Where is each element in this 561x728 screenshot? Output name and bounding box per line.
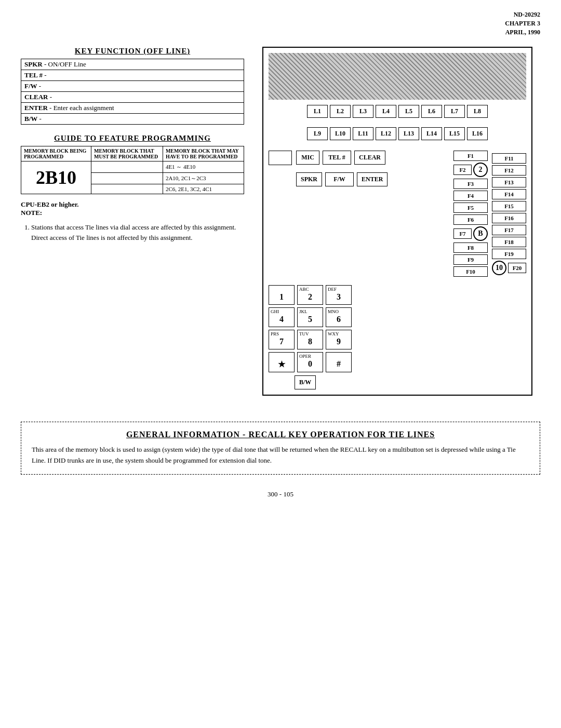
l10-btn[interactable]: L10 [330, 127, 351, 140]
f-left-col: F1 F2 2 F3 F4 F5 F6 [453, 151, 488, 277]
l13-btn[interactable]: L13 [398, 127, 419, 140]
key-4[interactable]: GHI 4 [269, 307, 295, 327]
bw-btn[interactable]: B/W [295, 375, 316, 389]
l16-btn[interactable]: L16 [467, 127, 488, 140]
key-6[interactable]: MNO 6 [326, 307, 352, 327]
key-fw-desc: - [37, 82, 42, 90]
l14-btn[interactable]: L14 [421, 127, 442, 140]
guide-row1-col3: 4E1 ～ 4E10 [163, 161, 244, 173]
guide-row3-col2 [91, 184, 163, 194]
phone-diagram: L1 L2 L3 L4 L5 L6 L7 L8 L9 L10 L11 L12 [262, 47, 532, 396]
key-clear-desc: - [48, 93, 52, 101]
note-list: Stations that access Tie lines via dial … [21, 222, 244, 242]
f15-btn[interactable]: F15 [492, 201, 526, 211]
guide-row1-col2 [91, 161, 163, 173]
key-tel-name: TEL # [24, 71, 43, 79]
l5-btn[interactable]: L5 [398, 105, 419, 118]
l15-btn[interactable]: L15 [444, 127, 465, 140]
guide-table: MEMORY BLOCK BEING PROGRAMMED MEMORY BLO… [21, 146, 244, 194]
f1-btn[interactable]: F1 [453, 151, 488, 161]
f4-btn[interactable]: F4 [453, 191, 488, 201]
key-item-clear: CLEAR - [21, 92, 244, 103]
l-row-1: L1 L2 L3 L4 L5 L6 L7 L8 [269, 105, 526, 118]
chapter: CHAPTER 3 [505, 19, 540, 28]
key-2[interactable]: ABC 2 [297, 285, 323, 305]
f6-btn[interactable]: F6 [453, 214, 488, 225]
f17-btn[interactable]: F17 [492, 225, 526, 235]
l12-btn[interactable]: L12 [376, 127, 396, 140]
f8-btn[interactable]: F8 [453, 242, 488, 253]
key-item-bw: B/W - [21, 114, 244, 124]
general-info-text: This area of the memory block is used to… [32, 444, 529, 466]
note-item-1: Stations that access Tie lines via dial … [31, 222, 244, 242]
f10-btn[interactable]: F10 [453, 266, 488, 277]
clear-btn[interactable]: CLEAR [354, 151, 385, 165]
l-row-2: L9 L10 L11 L12 L13 L14 L15 L16 [269, 127, 526, 140]
f13-btn[interactable]: F13 [492, 177, 526, 187]
f-right-col: F11 F12 F13 F14 F15 F16 F17 F18 F19 10 F… [492, 151, 526, 389]
key-enter-desc: - Enter each assignment [48, 104, 114, 112]
fw-btn[interactable]: F/W [325, 172, 354, 186]
phone-main: MIC TEL # CLEAR SPKR F/W [269, 151, 488, 389]
key-clear-name: CLEAR [24, 93, 48, 101]
guide-section: GUIDE TO FEATURE PROGRAMMING MEMORY BLOC… [21, 134, 244, 194]
key-7[interactable]: PRS 7 [269, 330, 295, 349]
key-3[interactable]: DEF 3 [326, 285, 352, 305]
cpu-line1: CPU-EB2 or higher. [21, 200, 79, 208]
key-function-section: KEY FUNCTION (OFF LINE) SPKR - ON/OFF Li… [21, 47, 244, 125]
main-content: KEY FUNCTION (OFF LINE) SPKR - ON/OFF Li… [21, 47, 540, 396]
l9-btn[interactable]: L9 [307, 127, 328, 140]
mic-btn[interactable]: MIC [296, 151, 319, 165]
badge-2: 2 [473, 163, 488, 177]
doc-number: ND-20292 [505, 10, 540, 19]
key-0[interactable]: OPER 0 [297, 352, 323, 372]
key-enter-name: ENTER [24, 104, 48, 112]
guide-header-row: MEMORY BLOCK BEING PROGRAMMED MEMORY BLO… [21, 146, 244, 161]
key-spkr-desc: - ON/OFF Line [43, 60, 86, 68]
key-1[interactable]: 1 [269, 285, 295, 305]
f11-btn[interactable]: F11 [492, 153, 526, 164]
f19-btn[interactable]: F19 [492, 249, 526, 259]
key-5[interactable]: JKL 5 [297, 307, 323, 327]
guide-block-number: 2B10 [21, 161, 91, 194]
f18-btn[interactable]: F18 [492, 237, 526, 247]
general-info-box: GENERAL INFORMATION - RECALL KEY OPERATI… [21, 422, 540, 475]
general-info-title: GENERAL INFORMATION - RECALL KEY OPERATI… [32, 430, 529, 439]
f12-btn[interactable]: F12 [492, 165, 526, 176]
l8-btn[interactable]: L8 [467, 105, 488, 118]
key-function-title: KEY FUNCTION (OFF LINE) [21, 47, 244, 56]
key-hash[interactable]: # [326, 352, 352, 372]
f3-btn[interactable]: F3 [453, 179, 488, 189]
enter-btn[interactable]: ENTER [357, 172, 388, 186]
key-tel-desc: - [43, 71, 47, 79]
badge-b: B [473, 226, 488, 241]
f14-btn[interactable]: F14 [492, 189, 526, 199]
left-column: KEY FUNCTION (OFF LINE) SPKR - ON/OFF Li… [21, 47, 244, 396]
tel-btn[interactable]: TEL # [323, 151, 351, 165]
l2-btn[interactable]: L2 [330, 105, 351, 118]
spkr-btn[interactable]: SPKR [296, 172, 322, 186]
key-bw-desc: - [37, 115, 42, 123]
guide-data-row-1: 2B10 4E1 ～ 4E10 [21, 161, 244, 173]
page: ND-20292 CHAPTER 3 APRIL, 1990 KEY FUNCT… [0, 0, 561, 728]
l7-btn[interactable]: L7 [444, 105, 465, 118]
guide-col1-header: MEMORY BLOCK BEING PROGRAMMED [21, 146, 91, 161]
key-8[interactable]: TUV 8 [297, 330, 323, 349]
key-star[interactable]: ★ [269, 352, 295, 372]
key-item-fw: F/W - [21, 81, 244, 92]
l1-btn[interactable]: L1 [307, 105, 328, 118]
l4-btn[interactable]: L4 [376, 105, 396, 118]
f5-btn[interactable]: F5 [453, 203, 488, 213]
f16-btn[interactable]: F16 [492, 213, 526, 223]
key-fw-name: F/W [24, 82, 37, 90]
f9-btn[interactable]: F9 [453, 254, 488, 265]
l6-btn[interactable]: L6 [421, 105, 442, 118]
f20-btn[interactable]: F20 [508, 263, 526, 273]
l3-btn[interactable]: L3 [353, 105, 373, 118]
l11-btn[interactable]: L11 [353, 127, 373, 140]
f2-btn[interactable]: F2 [453, 165, 472, 175]
page-number: 300 - 105 [21, 490, 540, 498]
guide-row3-col3: 2C6, 2E1, 3C2, 4C1 [163, 184, 244, 194]
f7-btn[interactable]: F7 [453, 228, 472, 239]
key-9[interactable]: WXY 9 [326, 330, 352, 349]
